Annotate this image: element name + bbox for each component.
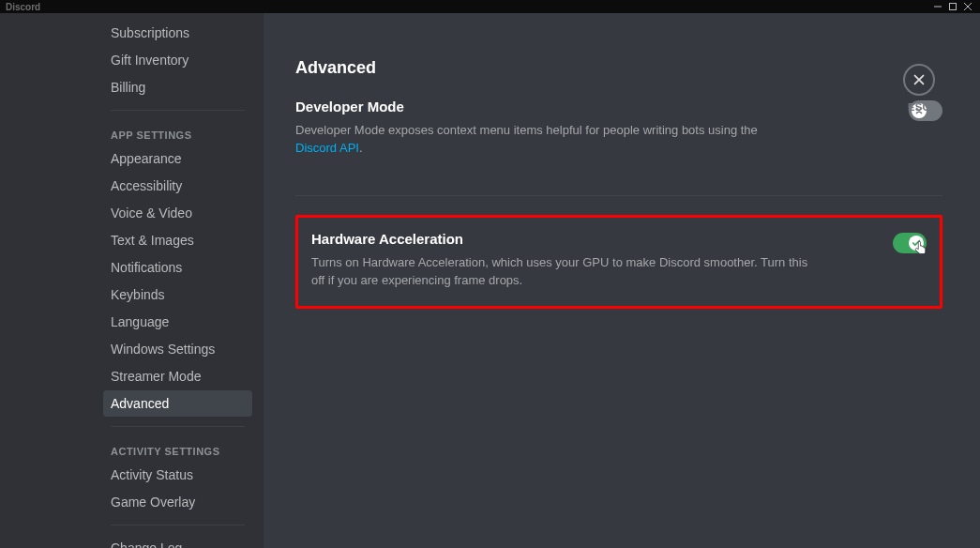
setting-description: Developer Mode exposes context menu item… (295, 122, 802, 158)
sidebar-item-appearance[interactable]: Appearance (103, 145, 252, 172)
body: Subscriptions Gift Inventory Billing APP… (0, 13, 980, 548)
desc-text-suffix: . (359, 141, 363, 155)
close-label: ESC (903, 101, 935, 113)
titlebar-controls (931, 1, 974, 12)
divider (111, 426, 245, 427)
maximize-button[interactable] (946, 1, 959, 12)
setting-title: Developer Mode (295, 99, 802, 114)
sidebar-item-change-log[interactable]: Change Log (103, 535, 252, 548)
divider (111, 525, 245, 525)
sidebar-item-notifications[interactable]: Notifications (103, 254, 252, 281)
toggle-knob (909, 236, 924, 251)
sidebar-item-language[interactable]: Language (103, 309, 252, 335)
sidebar-item-subscriptions[interactable]: Subscriptions (103, 20, 252, 46)
setting-description: Turns on Hardware Acceleration, which us… (311, 254, 818, 290)
sidebar-item-game-overlay[interactable]: Game Overlay (103, 489, 252, 515)
sidebar-header-activity-settings: ACTIVITY SETTINGS (103, 436, 252, 461)
desc-text: Developer Mode exposes context menu item… (295, 123, 758, 137)
sidebar-item-keybinds[interactable]: Keybinds (103, 282, 252, 308)
sidebar-item-gift-inventory[interactable]: Gift Inventory (103, 47, 252, 73)
minimize-button[interactable] (931, 1, 944, 12)
hardware-acceleration-toggle[interactable] (893, 233, 927, 253)
sidebar-item-streamer-mode[interactable]: Streamer Mode (103, 363, 252, 389)
discord-api-link[interactable]: Discord API (295, 141, 359, 155)
close-window-button[interactable] (961, 1, 974, 12)
close-icon (912, 72, 927, 87)
sidebar-item-billing[interactable]: Billing (103, 74, 252, 100)
titlebar: Discord (0, 0, 980, 13)
close-settings-button[interactable] (903, 64, 935, 96)
svg-rect-0 (950, 4, 957, 10)
sidebar-item-activity-status[interactable]: Activity Status (103, 462, 252, 488)
settings-content: Advanced Developer Mode Developer Mode e… (264, 13, 980, 548)
sidebar-item-voice-video[interactable]: Voice & Video (103, 200, 252, 226)
settings-sidebar: Subscriptions Gift Inventory Billing APP… (0, 13, 264, 548)
page-title: Advanced (295, 58, 942, 78)
divider (111, 110, 245, 111)
setting-title: Hardware Acceleration (311, 231, 818, 247)
app-title: Discord (6, 2, 40, 12)
divider (295, 195, 942, 196)
sidebar-header-app-settings: APP SETTINGS (103, 120, 252, 145)
setting-developer-mode: Developer Mode Developer Mode exposes co… (295, 99, 942, 176)
app-window: Discord Subscriptions Gift Inventory Bil… (0, 0, 980, 548)
sidebar-item-text-images[interactable]: Text & Images (103, 227, 252, 253)
close-panel: ESC (903, 64, 935, 113)
sidebar-item-advanced[interactable]: Advanced (103, 390, 252, 417)
sidebar-item-accessibility[interactable]: Accessibility (103, 173, 252, 199)
setting-hardware-acceleration: Hardware Acceleration Turns on Hardware … (295, 215, 942, 310)
sidebar-item-windows-settings[interactable]: Windows Settings (103, 336, 252, 362)
